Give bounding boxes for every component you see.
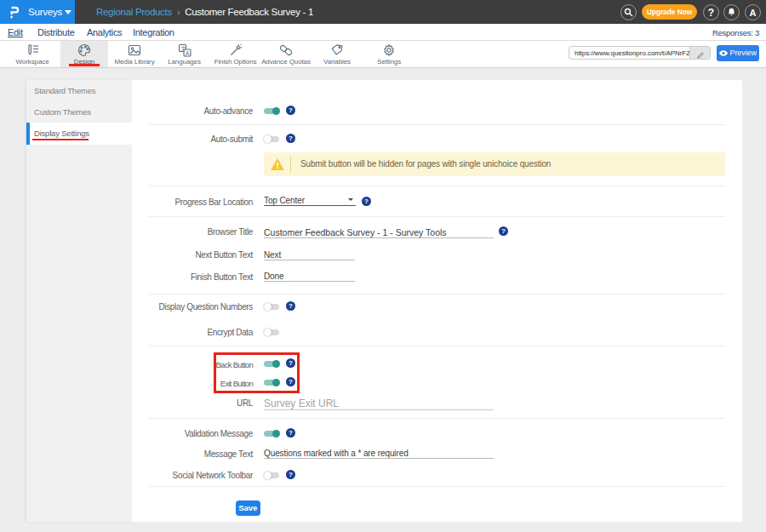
- svg-text:A: A: [186, 50, 190, 56]
